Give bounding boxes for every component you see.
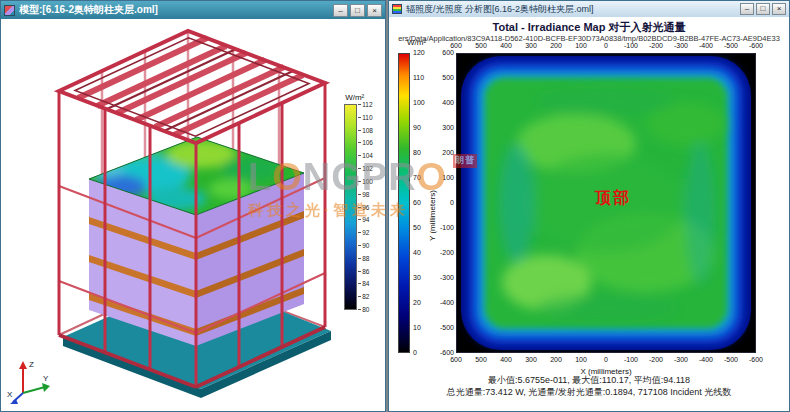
legend-tick-label: 108 — [358, 127, 373, 134]
model-window-titlebar[interactable]: 模型:[6.16-2奥特朗柱夹层.oml] – □ × — [1, 1, 385, 19]
legend-tick-label: 98 — [358, 191, 373, 198]
legend-tick-label: 102 — [358, 165, 373, 172]
x-tick-label: 200 — [544, 42, 568, 49]
minimize-button[interactable]: – — [740, 3, 754, 15]
stats-flux-rays: 总光通量:73.412 W, 光通量/发射光通量:0.1894, 717108 … — [389, 386, 789, 399]
x-tick-label: -600 — [744, 356, 768, 363]
legend-tick-label: 104 — [358, 152, 373, 159]
legend-tick-labels: 1121101081061041021009896949290888684828… — [358, 101, 373, 313]
legend-tick-label: 112 — [358, 101, 373, 108]
model-colorbar-legend: W/m² 11211010810610410210098969492908886… — [344, 93, 373, 313]
legend-tick-label: 86 — [358, 268, 373, 275]
legend-tick-label: 106 — [358, 139, 373, 146]
x-tick-label: -600 — [744, 42, 768, 49]
x-tick-label: 400 — [494, 42, 518, 49]
x-tick-label: 100 — [569, 42, 593, 49]
close-button[interactable]: × — [367, 4, 382, 17]
irradiance-map-client: Total - Irradiance Map 对于入射光通量 ers/Data/… — [389, 17, 789, 411]
colorbar-tick-label: 100 — [413, 99, 430, 107]
y-tick-label: 400 — [442, 99, 454, 107]
close-button[interactable]: × — [772, 3, 786, 15]
restore-button[interactable]: □ — [756, 3, 770, 15]
colorbar-tick-label: 110 — [413, 74, 430, 82]
legend-tick-label: 84 — [358, 280, 373, 287]
x-tick-label: -400 — [694, 42, 718, 49]
x-tick-label: 500 — [469, 356, 493, 363]
legend-tick-label: 94 — [358, 216, 373, 223]
axis-z-label: Z — [29, 360, 34, 369]
x-tick-label: 200 — [544, 356, 568, 363]
axis-x-label: X — [7, 390, 13, 399]
map-annotation-top-label: 顶部 — [595, 188, 631, 209]
legend-color-bar — [344, 104, 357, 310]
colorbar-tick-label: 10 — [413, 324, 430, 332]
x-tick-label: 300 — [519, 42, 543, 49]
y-tick-label: -400 — [440, 299, 454, 307]
legend-tick-label: 110 — [358, 114, 373, 121]
colorbar-tick-label: 90 — [413, 124, 430, 132]
model-3d-scene — [1, 19, 385, 411]
x-tick-label: -100 — [619, 356, 643, 363]
x-tick-label: 0 — [594, 42, 618, 49]
colorbar — [398, 53, 410, 353]
y-tick-label: 0 — [450, 199, 454, 207]
y-tick-label: 500 — [442, 74, 454, 82]
legend-tick-label: 90 — [358, 242, 373, 249]
irradiance-window-title: 辐照度/光照度 分析图[6.16-2奥特朗柱夹层.oml] — [406, 3, 736, 16]
y-tick-label: -500 — [440, 324, 454, 332]
x-tick-label: -100 — [619, 42, 643, 49]
colorbar-tick-label: 40 — [413, 249, 430, 257]
legend-tick-label: 96 — [358, 204, 373, 211]
colorbar-tick-label: 30 — [413, 274, 430, 282]
legend-tick-label: 82 — [358, 293, 373, 300]
x-tick-label: -300 — [669, 356, 693, 363]
x-tick-label: 100 — [569, 356, 593, 363]
y-tick-label: 600 — [442, 49, 454, 57]
cage-top-slats — [78, 38, 303, 135]
colorbar-tick-label: 120 — [413, 49, 430, 57]
x-tick-label: 600 — [444, 356, 468, 363]
restore-button[interactable]: □ — [350, 4, 365, 17]
y-tick-label: 100 — [442, 174, 454, 182]
y-axis-title: Y (millimeters) — [428, 190, 437, 241]
axes-triad: Z Y X — [7, 355, 53, 405]
model-window-icon[interactable] — [4, 5, 15, 16]
x-axis-ticks-bottom: 6005004003002001000-100-200-300-400-500-… — [444, 356, 768, 363]
x-tick-label: 600 — [444, 42, 468, 49]
irradiance-map-window: 辐照度/光照度 分析图[6.16-2奥特朗柱夹层.oml] – □ × Tota… — [388, 0, 790, 412]
model-window: 模型:[6.16-2奥特朗柱夹层.oml] – □ × — [0, 0, 386, 412]
x-tick-label: 400 — [494, 356, 518, 363]
x-tick-label: 500 — [469, 42, 493, 49]
irradiance-window-titlebar[interactable]: 辐照度/光照度 分析图[6.16-2奥特朗柱夹层.oml] – □ × — [389, 1, 789, 17]
x-tick-label: -400 — [694, 356, 718, 363]
legend-tick-label: 100 — [358, 178, 373, 185]
x-tick-label: -500 — [719, 42, 743, 49]
x-tick-label: -500 — [719, 356, 743, 363]
legend-tick-label: 88 — [358, 255, 373, 262]
y-tick-label: -300 — [440, 274, 454, 282]
x-tick-label: 300 — [519, 356, 543, 363]
model-viewport[interactable]: W/m² 11211010810610410210098969492908886… — [1, 19, 385, 411]
x-tick-label: -200 — [644, 42, 668, 49]
x-tick-label: -300 — [669, 42, 693, 49]
legend-tick-label: 92 — [358, 229, 373, 236]
y-tick-label: -200 — [440, 249, 454, 257]
axis-y-label: Y — [43, 374, 49, 383]
colorbar-tick-label: 80 — [413, 149, 430, 157]
colorbar-tick-label: 0 — [413, 349, 430, 357]
colorbar-unit-label: W/m² — [407, 38, 426, 47]
model-window-title: 模型:[6.16-2奥特朗柱夹层.oml] — [19, 3, 329, 17]
y-tick-label: -100 — [440, 224, 454, 232]
y-tick-label: 200 — [442, 149, 454, 157]
legend-tick-label: 80 — [358, 306, 373, 313]
colorbar-tick-label: 70 — [413, 174, 430, 182]
colorbar-tick-label: 20 — [413, 299, 430, 307]
x-axis-ticks-top: 6005004003002001000-100-200-300-400-500-… — [444, 42, 768, 49]
irradiance-heatmap[interactable]: 顶部 — [456, 53, 756, 353]
x-tick-label: -200 — [644, 356, 668, 363]
minimize-button[interactable]: – — [333, 4, 348, 17]
irradiance-window-icon[interactable] — [392, 4, 402, 14]
x-tick-label: 0 — [594, 356, 618, 363]
application-workspace: 模型:[6.16-2奥特朗柱夹层.oml] – □ × — [0, 0, 790, 412]
y-tick-label: 300 — [442, 124, 454, 132]
